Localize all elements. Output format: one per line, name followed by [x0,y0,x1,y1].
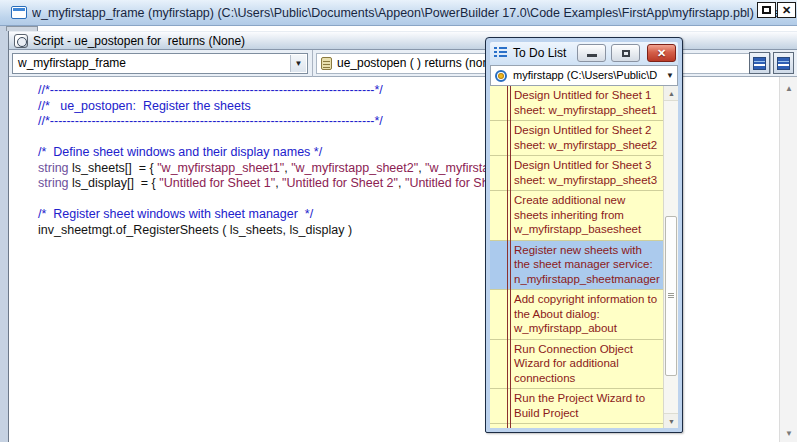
chevron-down-icon[interactable]: ▼ [290,55,306,72]
todo-item[interactable]: Design Untitled for Sheet 2 sheet: w_myf… [490,121,663,156]
code-line: //*-------------------------------------… [38,83,560,99]
event-selector-value: ue_postopen ( ) returns (none) [337,54,500,73]
todo-item[interactable]: Create additional new sheets inheriting … [490,191,663,241]
toolbar-separator [312,50,313,77]
pane-layout-button[interactable] [749,52,770,74]
todo-item[interactable]: Add copyright information to the About d… [490,290,663,340]
maximize-button[interactable] [757,2,776,18]
scroll-down-icon[interactable]: ▼ [664,413,678,428]
todo-item[interactable]: Register new sheets with the sheet manag… [490,241,663,291]
code-line: inv_sheetmgt.of_RegisterSheets ( ls_shee… [38,223,560,239]
todo-item[interactable]: Design Untitled for Sheet 1 sheet: w_myf… [490,86,663,121]
todo-item[interactable]: Design Untitled for Sheet 3 sheet: w_myf… [490,156,663,191]
editor-vertical-scrollbar[interactable]: ▲ ▼ [779,77,797,442]
todo-items: Design Untitled for Sheet 1 sheet: w_myf… [490,86,663,424]
code-line: //* ue_postopen: Register the sheets [38,99,560,115]
window-left-frame [0,26,9,442]
todo-target-dropdown[interactable]: myfirstapp (C:\Users\Public\D ▼ [490,65,678,86]
todo-list-icon [494,47,507,60]
window-icon [11,6,27,19]
scrollbar-thumb[interactable] [665,216,677,376]
code-line: string ls_sheets[] = { "w_myfirstapp_she… [38,161,560,177]
code-line: /* Define sheet windows and their displa… [38,145,560,161]
todo-vertical-scrollbar[interactable]: ▲ ▼ [663,86,678,428]
pane-layout-button[interactable] [773,52,794,74]
script-window-title: Script - ue_postopen for returns (None) [33,32,245,50]
minimize-button[interactable] [577,44,606,62]
close-icon: ✕ [657,47,666,59]
code-line: string ls_display[] = { "Untitled for Sh… [38,176,560,192]
main-titlebar: w_myfirstapp_frame (myfirstapp) (C:\User… [0,0,797,26]
todo-item[interactable]: Run the Project Wizard to Build Project [490,389,663,424]
close-button[interactable]: ✕ [777,2,796,18]
todo-item[interactable]: Run Connection Object Wizard for additio… [490,340,663,390]
todo-title: To Do List [513,42,566,64]
object-selector-value: w_myfirstapp_frame [18,54,126,73]
scroll-up-icon[interactable]: ▲ [780,80,797,97]
scroll-up-icon[interactable]: ▲ [664,86,678,101]
code-line: //*-------------------------------------… [38,114,560,130]
scroll-down-icon[interactable]: ▼ [780,425,797,442]
code-line [38,130,560,146]
object-selector-dropdown[interactable]: w_myfirstapp_frame ▼ [12,53,308,74]
pane-layout-icon [753,57,766,70]
code-line [38,192,560,208]
todo-list-dialog: To Do List ✕ myfirstapp (C:\Users\Public… [485,37,683,433]
code-content: //*-------------------------------------… [38,83,560,238]
event-icon [321,57,332,70]
pane-layout-icon [777,57,790,70]
script-icon [14,34,28,48]
main-title: w_myfirstapp_frame (myfirstapp) (C:\User… [32,0,792,26]
maximize-icon [762,6,771,14]
close-icon: ✕ [782,4,791,16]
todo-titlebar[interactable]: To Do List ✕ [490,42,678,65]
code-line: /* Register sheet windows with sheet man… [38,207,560,223]
restore-icon [622,50,630,57]
todo-list: Design Untitled for Sheet 1 sheet: w_myf… [490,86,678,428]
chevron-down-icon[interactable]: ▼ [666,66,674,85]
close-button[interactable]: ✕ [647,44,676,62]
target-icon [495,70,507,82]
todo-target-value: myfirstapp (C:\Users\Public\D [513,66,659,85]
minimize-icon [587,54,597,57]
restore-button[interactable] [611,44,640,62]
